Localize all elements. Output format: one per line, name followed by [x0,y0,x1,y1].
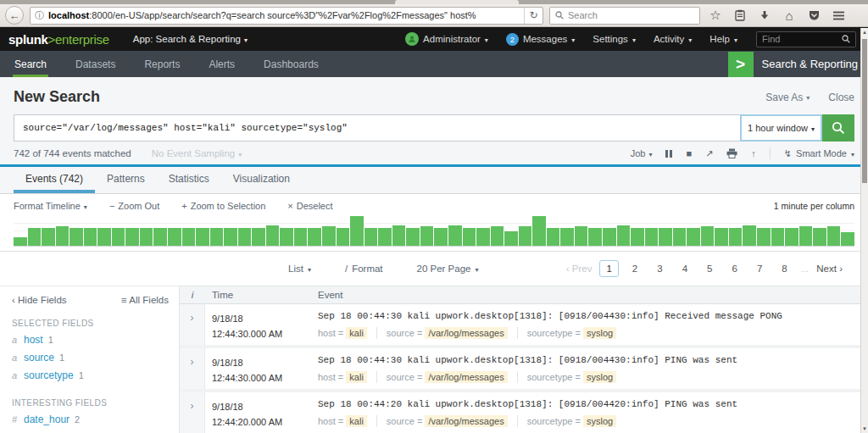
close-button[interactable]: Close [828,92,854,103]
timeline-bar[interactable] [294,228,308,246]
timeline-bar[interactable] [532,216,546,246]
list-type-menu[interactable]: List▾ [288,264,311,274]
timeline-bar[interactable] [504,231,518,247]
search-query-input[interactable]: source="/var/log/messages" host="kali" s… [14,114,740,142]
timeline-bar[interactable] [84,228,97,246]
timeline-bar[interactable] [519,226,532,246]
field-value-sourcetype[interactable]: syslog [583,371,616,383]
timeline-bar[interactable] [56,226,70,246]
field-sourcetype[interactable]: asourcetype1 [12,369,169,381]
search-button[interactable] [822,114,854,142]
bookmark-star-icon[interactable]: ☆ [706,8,725,23]
scrollbar-thumb[interactable] [862,39,867,183]
reload-button[interactable]: ↻ [524,8,542,24]
share-icon[interactable]: ↗ [705,148,713,159]
save-as-button[interactable]: Save As▾ [765,92,810,103]
timeline-bar[interactable] [813,228,826,246]
print-icon[interactable] [726,148,737,158]
timeline-bar[interactable] [420,226,434,246]
messages-menu[interactable]: 2 Messages▾ [500,33,581,46]
timeline-bar[interactable] [224,228,237,246]
pocket-icon[interactable] [804,10,823,21]
search-mode-menu[interactable]: ↯Smart Mode▾ [784,148,854,159]
page-1[interactable]: 1 [599,260,618,277]
page-6[interactable]: 6 [726,261,743,276]
timeline-bar[interactable] [491,226,504,246]
help-menu[interactable]: Help▾ [704,34,743,44]
field-value-source[interactable]: /var/log/messages [425,415,507,427]
per-page-menu[interactable]: 20 Per Page▾ [417,264,479,274]
timeline-bar[interactable] [350,216,364,246]
timeline-bar[interactable] [378,228,392,246]
tab-patterns[interactable]: Patterns [95,167,157,193]
timeline-bar[interactable] [771,228,785,246]
timeline-bar[interactable] [182,228,196,246]
site-info-icon[interactable]: ⓘ [35,9,44,22]
hamburger-menu-icon[interactable] [829,11,848,20]
timeline-bar[interactable] [14,237,27,247]
event-expander[interactable]: › [180,304,205,345]
timeline-bar[interactable] [701,226,715,246]
nav-item-search[interactable]: Search [0,51,61,77]
timeline-bar[interactable] [434,228,448,246]
field-value-sourcetype[interactable]: syslog [583,327,616,339]
page-5[interactable]: 5 [701,261,718,276]
pause-icon[interactable] [665,150,672,158]
field-host[interactable]: ahost1 [12,334,169,346]
timeline-bar[interactable] [266,225,280,247]
timeline-bar[interactable] [238,228,252,246]
format-menu[interactable]: /Format [345,264,383,274]
export-icon[interactable]: ↑ [751,148,756,158]
activity-menu[interactable]: Activity▾ [648,34,698,44]
tab-statistics[interactable]: Statistics [157,167,221,193]
timeline-bar[interactable] [28,228,42,246]
field-value-sourcetype[interactable]: syslog [583,415,616,427]
page-8[interactable]: 8 [776,261,793,276]
url-text[interactable]: localhost:8000/en-US/app/search/search?q… [48,10,524,20]
splunk-logo[interactable]: splunk>enterprise [8,32,109,47]
timeline-bar[interactable] [308,228,321,246]
zoom-out-button[interactable]: −Zoom Out [109,201,159,211]
url-bar[interactable]: ⓘ localhost:8000/en-US/app/search/search… [30,7,543,25]
timeline-bar[interactable] [42,228,55,246]
event-expander[interactable]: › [180,392,205,433]
timeline-bar[interactable] [252,228,265,246]
prev-page-button[interactable]: ‹ Prev [566,264,593,274]
nav-item-reports[interactable]: Reports [130,51,194,77]
browser-active-tab[interactable] [395,0,519,4]
timeline-bar[interactable] [659,228,672,246]
timeline-bar[interactable] [280,228,293,246]
nav-item-alerts[interactable]: Alerts [194,51,249,77]
field-date_hour[interactable]: #date_hour2 [12,414,169,425]
timeline-bar[interactable] [210,228,224,246]
find-input[interactable]: Find [756,31,856,47]
browser-search-field[interactable]: Search [549,7,700,25]
back-button[interactable]: ← [5,6,24,25]
field-value-source[interactable]: /var/log/messages [425,327,507,339]
timeline-bar[interactable] [140,228,153,246]
timeline-bar[interactable] [97,228,111,246]
field-value-host[interactable]: kali [346,327,367,339]
timeline-bar[interactable] [337,228,350,246]
format-timeline-menu[interactable]: Format Timeline▾ [14,201,87,211]
timeline-bar[interactable] [364,228,378,246]
timeline-bar[interactable] [785,228,798,246]
all-fields-link[interactable]: ≡ All Fields [121,295,169,305]
field-source[interactable]: asource1 [12,352,169,364]
next-page-button[interactable]: Next › [816,264,843,274]
event-raw-text[interactable]: Sep 18 00:44:20 kali upwork.desktop[1318… [318,399,861,409]
timeline-bar[interactable] [631,228,644,246]
nav-item-dashboards[interactable]: Dashboards [249,51,333,77]
timeline-bar[interactable] [673,228,687,246]
time-range-picker[interactable]: 1 hour window▾ [740,114,822,142]
nav-item-datasets[interactable]: Datasets [61,51,130,77]
timeline-bar[interactable] [743,225,756,247]
event-sampling-menu[interactable]: No Event Sampling▾ [152,148,242,158]
timeline-bar[interactable] [547,228,560,246]
timeline-bar[interactable] [729,228,743,246]
scroll-up-icon[interactable]: ▲ [861,30,868,35]
timeline-bar[interactable] [392,225,406,247]
tab-events-742-[interactable]: Events (742) [14,167,95,193]
hide-fields-link[interactable]: ‹ Hide Fields [12,295,67,305]
event-raw-text[interactable]: Sep 18 00:44:30 kali upwork.desktop[1318… [318,355,861,365]
